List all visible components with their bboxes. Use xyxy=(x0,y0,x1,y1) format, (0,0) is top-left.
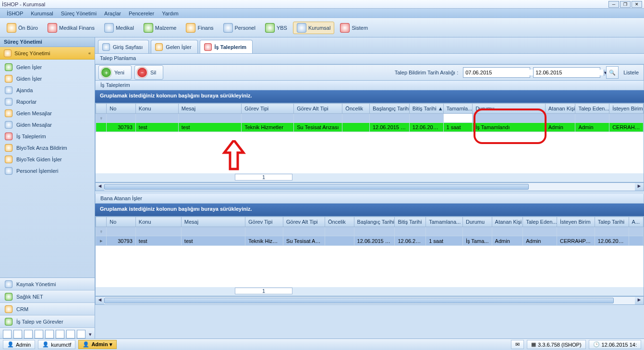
tb-finans[interactable]: Finans xyxy=(182,22,217,34)
tab-taleplerim[interactable]: İş Taleplerim xyxy=(200,40,253,53)
sidebar-item-raporlar[interactable]: Raporlar xyxy=(0,96,95,108)
grid2-col-konu[interactable]: Konu xyxy=(135,217,181,227)
status-version[interactable]: ▦3.3.6.758 (ISHOP) xyxy=(527,340,586,349)
sidebar-item-gelen-isler[interactable]: Gelen İşler xyxy=(0,61,95,73)
grid1-col-konu[interactable]: Konu xyxy=(135,104,178,114)
grid1-rowsel-header[interactable] xyxy=(96,104,107,114)
grid1-group-hint[interactable]: Gruplamak istediğiniz kolonun başlığını … xyxy=(95,90,644,103)
menu-surec[interactable]: Süreç Yönetimi xyxy=(57,10,100,17)
scroll-left-icon[interactable]: ◄ xyxy=(96,297,104,304)
grid2-col-birim[interactable]: İsteyen Birim xyxy=(557,217,595,227)
strip-icon[interactable] xyxy=(56,330,64,338)
tb-medfinans[interactable]: Medikal Finans xyxy=(44,22,98,34)
grid2-col-talep-tarih[interactable]: Talep Tarihi xyxy=(595,217,629,227)
grid2-col-tamam[interactable]: Tamamlana... xyxy=(426,217,463,227)
sidebar-item-is-taleplerim[interactable]: İş Taleplerim xyxy=(0,131,95,142)
sidebar-nav-header[interactable]: Süreç Yönetimi « xyxy=(0,47,95,60)
grid1-col-bitis[interactable]: Bitiş Tarihi ▲ xyxy=(409,104,443,114)
grid1-col-oncelik[interactable]: Öncelik xyxy=(342,104,370,114)
grid2-hscroll[interactable]: ◄► xyxy=(95,296,644,305)
sidebar-crm[interactable]: CRM xyxy=(0,303,95,315)
grid2-col-oncelik[interactable]: Öncelik xyxy=(325,217,354,227)
sidebar-item-personel[interactable]: Personel İşlemleri xyxy=(0,165,95,177)
tb-personel[interactable]: Personel xyxy=(219,22,259,34)
sidebar-item-ajanda[interactable]: Ajanda xyxy=(0,84,95,96)
scroll-right-icon[interactable]: ► xyxy=(635,183,644,191)
grid1-col-gorev-alt[interactable]: Görev Alt Tipi xyxy=(294,104,342,114)
sidebar-saglik[interactable]: Sağlık NET xyxy=(0,290,95,303)
grid1-hscroll[interactable]: ◄► xyxy=(95,182,644,191)
grid1-col-tamam[interactable]: Tamamla... xyxy=(443,104,473,114)
grid1-col-durum[interactable]: Durumu xyxy=(473,104,546,114)
status-datetime[interactable]: 🕒12.06.2015 14: xyxy=(589,340,641,349)
search-button[interactable]: 🔍 xyxy=(606,66,619,79)
strip-icon[interactable] xyxy=(13,330,22,338)
sidebar-istalep[interactable]: İş Talep ve Görevler xyxy=(0,315,95,328)
strip-icon[interactable] xyxy=(45,330,54,338)
grid1-col-talep-eden[interactable]: Talep Eden... xyxy=(575,104,609,114)
delete-button[interactable]: −Sil xyxy=(134,65,163,80)
grid2-col-bitis[interactable]: Bitiş Tarihi xyxy=(395,217,426,227)
sidebar-kaynak[interactable]: Kaynak Yönetimi xyxy=(0,278,95,290)
menu-pencereler[interactable]: Pencereler xyxy=(125,10,158,17)
strip-icon[interactable] xyxy=(66,330,75,338)
date-to[interactable]: ▾ xyxy=(533,67,600,78)
menu-araclar[interactable]: Araçlar xyxy=(100,10,125,17)
tb-kurumsal[interactable]: Kurumsal xyxy=(293,22,334,34)
grid1-row[interactable]: 30793 test test Teknik Hizmetler Su Tesi… xyxy=(96,123,644,132)
strip-chevron-icon[interactable]: ▾ xyxy=(89,331,92,338)
grid1-col-gorev-tipi[interactable]: Görev Tipi xyxy=(242,104,294,114)
new-button[interactable]: ＋Yeni xyxy=(98,65,132,80)
grid2-col-gorev-tipi[interactable]: Görev Tipi xyxy=(245,217,283,227)
menu-kurumsal[interactable]: Kurumsal xyxy=(27,10,57,17)
tb-malzeme[interactable]: Malzeme xyxy=(140,22,181,34)
grid2-col-baslangic[interactable]: Başlangıç Tarihi xyxy=(354,217,395,227)
menu-yardim[interactable]: Yardım xyxy=(158,10,182,17)
sidebar-item-gelen-mesajlar[interactable]: Gelen Mesajlar xyxy=(0,108,95,119)
minimize-button[interactable]: ─ xyxy=(608,1,619,8)
sidebar-item-biyotek-giden[interactable]: BiyoTek Giden İşler xyxy=(0,154,95,165)
grid1-col-birim[interactable]: İsteyen Birim xyxy=(609,104,644,114)
date-from-input[interactable] xyxy=(463,70,534,75)
filter-icon[interactable]: ♀ xyxy=(96,227,107,236)
strip-icon[interactable] xyxy=(35,330,43,338)
tb-onburo[interactable]: Ön Büro xyxy=(3,22,42,34)
filter-icon[interactable]: ♀ xyxy=(96,114,107,123)
grid2-rowsel-header[interactable] xyxy=(96,217,107,227)
grid1-col-atanan[interactable]: Atanan Kişi xyxy=(545,104,575,114)
grid2-filter-row[interactable]: ♀ xyxy=(96,227,644,236)
grid2-col-no[interactable]: No xyxy=(107,217,136,227)
strip-icon[interactable] xyxy=(24,330,33,338)
grid2-col-mesaj[interactable]: Mesaj xyxy=(181,217,245,227)
strip-icon[interactable] xyxy=(3,330,12,338)
grid2-col-a[interactable]: A... xyxy=(629,217,643,227)
grid1-page[interactable]: 1 xyxy=(235,174,292,181)
grid1-col-no[interactable]: No xyxy=(107,104,136,114)
date-to-input[interactable] xyxy=(534,70,604,75)
strip-icon[interactable] xyxy=(77,330,85,338)
tb-medikal[interactable]: Medikal xyxy=(100,22,138,34)
status-mail[interactable]: ✉ xyxy=(511,340,524,349)
date-from[interactable]: ▾ xyxy=(463,67,530,78)
scroll-thumb[interactable] xyxy=(104,184,529,190)
grid1-col-baslangic[interactable]: Başlangıç Tarihi xyxy=(369,104,409,114)
sidebar-item-giden-isler[interactable]: Giden İşler xyxy=(0,73,95,84)
status-user1[interactable]: 👤Admin xyxy=(3,340,35,349)
status-user3[interactable]: 👤Admin ▾ xyxy=(78,340,116,349)
grid2-page[interactable]: 1 xyxy=(235,288,292,294)
tb-ybs[interactable]: YBS xyxy=(261,22,291,34)
status-user2[interactable]: 👤kurumctf xyxy=(38,340,75,349)
grid2-col-atanan[interactable]: Atanan Kişi xyxy=(492,217,523,227)
scroll-left-icon[interactable]: ◄ xyxy=(96,183,104,191)
close-button[interactable]: ✕ xyxy=(632,1,642,8)
sidebar-item-giden-mesajlar[interactable]: Giden Mesajlar xyxy=(0,119,95,131)
tab-giris[interactable]: Giriş Sayfası xyxy=(98,40,149,53)
grid2-row[interactable]: ▸ 30793 test test Teknik Hizm... Su Tesi… xyxy=(96,236,644,246)
tab-gelen[interactable]: Gelen İşler xyxy=(151,40,197,53)
menu-ishop[interactable]: İSHOP xyxy=(3,10,27,17)
grid1-filter-row[interactable]: ♀ xyxy=(96,114,644,123)
grid2-group-hint[interactable]: Gruplamak istediğiniz kolonun başlığını … xyxy=(95,204,644,216)
grid2-col-talep-eden[interactable]: Talep Eden... xyxy=(523,217,557,227)
tb-sistem[interactable]: Sistem xyxy=(336,22,372,34)
maximize-button[interactable]: ❐ xyxy=(620,1,631,8)
